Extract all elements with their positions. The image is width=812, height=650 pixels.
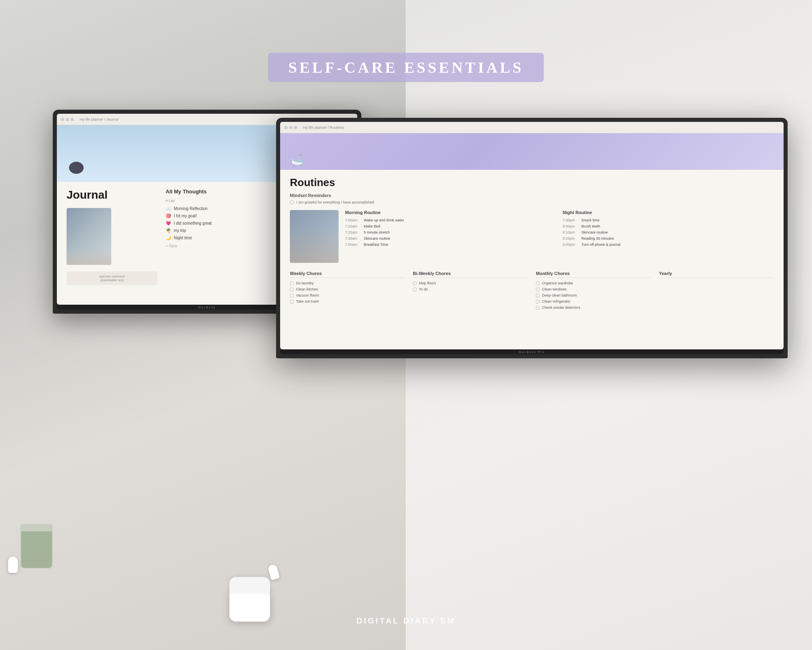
nav-icons — [61, 118, 74, 121]
weekly-chore-3: Vacuum floors — [290, 293, 405, 297]
morning-time-1: 7:00am — [345, 218, 361, 222]
biweekly-chore-text-2: To do — [419, 287, 428, 291]
night-task-1: Snack time — [581, 218, 600, 222]
night-task-3: Skincare routine — [581, 230, 608, 234]
thought-icon-4: 🌴 — [166, 228, 171, 233]
night-time-1: 7:00pm — [563, 218, 578, 222]
mindset-checkbox-row: I am grateful for everything I have acco… — [290, 200, 774, 204]
night-row-3: 8:10pm Skincare routine — [563, 230, 774, 234]
morning-time-4: 7:30am — [345, 236, 361, 240]
weekly-chores-col: Weekly Chores Do laundry Clean kitchen — [290, 271, 405, 312]
routines-nav-dot-1 — [284, 126, 287, 129]
thought-icon-1: ☁️ — [166, 206, 171, 211]
routines-cover: 🛁 — [280, 133, 784, 170]
thought-icon-3: 💗 — [166, 221, 171, 226]
nav-dot-1 — [61, 118, 64, 121]
monthly-chore-text-4: Clean refrigerator — [542, 299, 570, 303]
morning-routine-header: Morning Routine — [345, 210, 556, 215]
night-time-3: 8:10pm — [563, 230, 578, 234]
monthly-chore-1: Organize wardrobe — [536, 281, 651, 285]
weekly-chore-cb-1[interactable] — [290, 282, 294, 285]
nav-dot-3 — [71, 118, 74, 121]
journal-small-card: add this comment placeholder text — [67, 271, 158, 285]
monthly-chore-cb-2[interactable] — [536, 288, 540, 291]
morning-task-1: Wake up and drink water — [364, 218, 404, 222]
glass-body — [20, 524, 53, 569]
journal-page-title: Journal — [67, 188, 158, 202]
morning-task-5: Breakfast Time — [364, 243, 388, 247]
night-routine-col: Night Routine 7:00pm Snack time 8:00pm B… — [556, 210, 774, 263]
weekly-chore-cb-4[interactable] — [290, 300, 294, 303]
yearly-chores-header: Yearly — [659, 271, 774, 278]
routine-image — [290, 210, 339, 263]
routines-nav-dot-2 — [289, 126, 292, 129]
right-laptop: my life planner / Routines 🛁 Routines Mi… — [276, 118, 788, 370]
routines-page-title: Routines — [290, 176, 774, 189]
monthly-chore-cb-4[interactable] — [536, 300, 540, 303]
weekly-chore-text-3: Vacuum floors — [296, 293, 319, 297]
morning-time-5: 7:50am — [345, 243, 361, 247]
drink-glass — [20, 524, 53, 569]
thought-text-4: my trip — [174, 228, 186, 233]
monthly-chores-header: Monthly Chores — [536, 271, 651, 278]
watermark-text: Digital Diary SM — [356, 616, 456, 625]
morning-row-1: 7:00am Wake up and drink water — [345, 218, 556, 222]
thought-icon-2: 🎯 — [166, 213, 171, 219]
thought-text-5: Night time — [174, 236, 192, 240]
biweekly-chores-header: Bi-Weekly Chores — [413, 271, 528, 278]
routines-content: Routines Mindset Reminders I am grateful… — [280, 170, 784, 349]
left-laptop-label: MacBook — [198, 306, 216, 309]
monthly-chore-3: Deep clean bathroom — [536, 293, 651, 297]
thought-icon-5: 🌙 — [166, 235, 171, 240]
monthly-chore-cb-5[interactable] — [536, 306, 540, 310]
thought-text-1: Morning Reflection — [174, 206, 207, 211]
airpods-case-lid — [229, 577, 270, 593]
monthly-chore-text-2: Clean windows — [542, 287, 567, 291]
thought-text-2: I hit my goal! — [174, 214, 197, 218]
routines-breadcrumb: my life planner / Routines — [303, 126, 344, 130]
notion-routines-app: my life planner / Routines 🛁 Routines Mi… — [280, 122, 784, 349]
monthly-chore-cb-3[interactable] — [536, 294, 540, 297]
monthly-chore-5: Check smoke detectors — [536, 306, 651, 310]
biweekly-chore-1: Mop floors — [413, 281, 528, 285]
morning-row-5: 7:50am Breakfast Time — [345, 243, 556, 247]
routines-nav-dot-3 — [294, 126, 297, 129]
nav-dot-2 — [66, 118, 69, 121]
chores-section: Weekly Chores Do laundry Clean kitchen — [290, 271, 774, 312]
night-task-2: Brush teeth — [581, 224, 600, 228]
right-laptop-body: my life planner / Routines 🛁 Routines Mi… — [276, 118, 788, 358]
monthly-chore-text-5: Check smoke detectors — [542, 306, 580, 310]
night-row-4: 8:20pm Reading 30 minutes — [563, 236, 774, 240]
journal-thumbnail — [67, 208, 111, 265]
thought-text-3: I did something great — [174, 221, 212, 225]
morning-task-4: Skincare routine — [364, 236, 390, 240]
night-row-5: 9:00pm Turn off phone & journal — [563, 243, 774, 247]
weekly-chore-2: Clean kitchen — [290, 287, 405, 291]
morning-row-4: 7:30am Skincare routine — [345, 236, 556, 240]
morning-row-3: 7:25am 5 minute stretch — [345, 230, 556, 234]
routine-section: Morning Routine 7:00am Wake up and drink… — [290, 210, 774, 263]
biweekly-chore-2: To do — [413, 287, 528, 291]
morning-row-2: 7:20am Make Bed — [345, 224, 556, 228]
night-time-4: 8:20pm — [563, 236, 578, 240]
night-task-4: Reading 30 minutes — [581, 236, 614, 240]
weekly-chore-cb-2[interactable] — [290, 288, 294, 291]
weekly-chore-text-1: Do laundry — [296, 281, 314, 285]
weekly-chore-1: Do laundry — [290, 281, 405, 285]
monthly-chore-text-1: Organize wardrobe — [542, 281, 573, 285]
mindset-checkbox[interactable] — [290, 200, 294, 204]
airpod-bud-left — [8, 557, 18, 573]
title-text: SELF-CARE ESSENTIALS — [288, 59, 523, 76]
biweekly-chore-cb-1[interactable] — [413, 282, 417, 285]
weekly-chore-cb-3[interactable] — [290, 294, 294, 297]
monthly-chore-cb-1[interactable] — [536, 282, 540, 285]
airpods-case-container — [229, 589, 270, 622]
watermark: Digital Diary SM — [356, 616, 456, 626]
biweekly-chore-cb-2[interactable] — [413, 288, 417, 291]
morning-time-3: 7:25am — [345, 230, 361, 234]
mindset-text: I am grateful for everything I have acco… — [296, 200, 374, 204]
weekly-chore-text-2: Clean kitchen — [296, 287, 318, 291]
routines-nav-icons — [284, 126, 297, 129]
right-laptop-label: MacBook Pro — [519, 351, 545, 353]
night-row-1: 7:00pm Snack time — [563, 218, 774, 222]
